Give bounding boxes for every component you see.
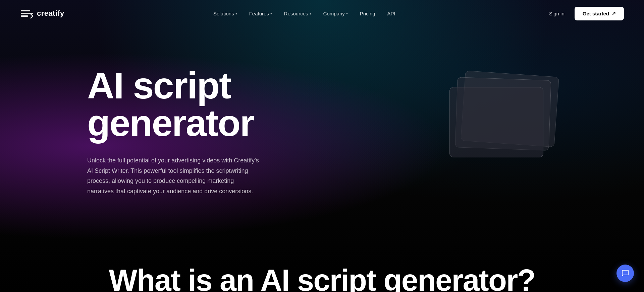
logo-icon: [20, 7, 34, 19]
logo[interactable]: creatify: [20, 7, 64, 19]
hero-title: AI script generator: [87, 67, 262, 142]
svg-rect-2: [21, 15, 28, 17]
chevron-down-icon: ▾: [235, 12, 237, 15]
navbar: creatify Solutions ▾ Features ▾ Resource…: [0, 0, 644, 27]
hero-content: AI script generator Unlock the full pote…: [87, 54, 262, 196]
card-front: [449, 87, 543, 157]
sign-in-button[interactable]: Sign in: [544, 8, 569, 19]
nav-item-pricing[interactable]: Pricing: [355, 8, 380, 19]
nav-item-solutions[interactable]: Solutions ▾: [209, 8, 242, 19]
arrow-icon: ↗: [612, 11, 616, 16]
logo-text: creatify: [37, 9, 64, 18]
chat-button[interactable]: [616, 265, 634, 282]
nav-item-company[interactable]: Company ▾: [319, 8, 353, 19]
svg-rect-0: [21, 10, 30, 11]
nav-items: Solutions ▾ Features ▾ Resources ▾ Compa…: [209, 8, 400, 19]
bottom-heading: What is an AI script generator?: [0, 265, 644, 292]
nav-item-api[interactable]: API: [383, 8, 400, 19]
nav-item-resources[interactable]: Resources ▾: [279, 8, 316, 19]
chevron-down-icon: ▾: [346, 12, 348, 15]
hero-section: AI script generator Unlock the full pote…: [0, 27, 644, 292]
hero-description: Unlock the full potential of your advert…: [87, 155, 262, 196]
chat-icon: [621, 269, 629, 277]
nav-actions: Sign in Get started ↗: [544, 7, 624, 20]
chevron-down-icon: ▾: [270, 12, 272, 15]
chevron-down-icon: ▾: [310, 12, 311, 15]
hero-visual: [449, 74, 557, 167]
nav-item-features[interactable]: Features ▾: [245, 8, 277, 19]
get-started-button[interactable]: Get started ↗: [575, 7, 624, 20]
